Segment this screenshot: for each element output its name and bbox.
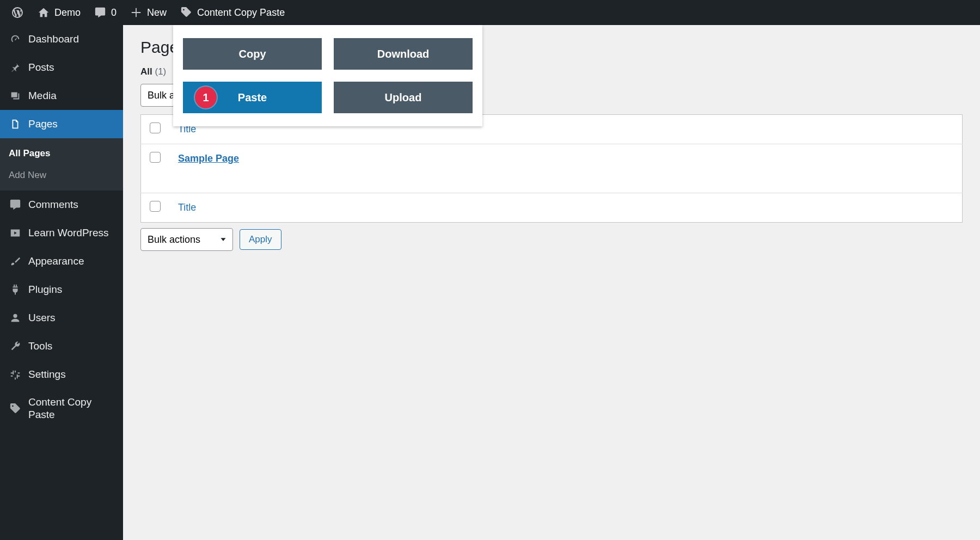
sidebar-item-label: Users — [28, 312, 56, 324]
sidebar-item-label: Comments — [28, 199, 78, 211]
comments-count: 0 — [111, 7, 117, 19]
filter-count: (1) — [155, 66, 166, 77]
download-button[interactable]: Download — [334, 38, 473, 70]
toolbar-comments[interactable]: 0 — [87, 0, 123, 25]
pin-icon — [9, 61, 22, 74]
pages-icon — [9, 118, 22, 131]
ccp-label: Content Copy Paste — [197, 7, 285, 19]
copy-label: Copy — [239, 48, 266, 60]
step-badge: 1 — [195, 87, 217, 108]
new-label: New — [147, 7, 167, 19]
wordpress-icon — [11, 6, 24, 19]
sidebar-submenu-pages: All Pages Add New — [0, 138, 123, 191]
sidebar-item-label: Dashboard — [28, 33, 79, 46]
filter-all-label[interactable]: All — [140, 66, 152, 77]
upload-button[interactable]: Upload — [334, 82, 473, 113]
comment-icon — [9, 198, 22, 211]
sidebar-item-tools[interactable]: Tools — [0, 332, 123, 360]
plus-icon — [130, 6, 143, 19]
sidebar-item-label: Content Copy Paste — [28, 396, 114, 421]
sidebar-item-learn-wordpress[interactable]: Learn WordPress — [0, 219, 123, 247]
settings-icon — [9, 368, 22, 381]
sidebar-subitem-all-pages[interactable]: All Pages — [0, 143, 123, 164]
apply-button-bottom[interactable]: Apply — [240, 229, 281, 250]
sidebar-item-label: Appearance — [28, 255, 84, 268]
sidebar-item-dashboard[interactable]: Dashboard — [0, 25, 123, 53]
admin-bar: Demo 0 New Content Copy Paste — [0, 0, 980, 25]
comment-icon — [94, 6, 107, 19]
wrench-icon — [9, 340, 22, 353]
table-row: Sample Page — [141, 144, 963, 193]
content-copy-paste-menu: Copy Download 1 Paste Upload — [173, 25, 482, 126]
download-label: Download — [377, 48, 430, 60]
user-icon — [9, 311, 22, 324]
row-checkbox[interactable] — [150, 152, 161, 163]
select-all-checkbox-top[interactable] — [150, 122, 161, 133]
pages-table: Title Sample Page Title — [140, 114, 963, 223]
paste-button[interactable]: 1 Paste — [183, 82, 322, 113]
sidebar-item-label: Pages — [28, 118, 58, 131]
sidebar-item-content-copy-paste[interactable]: Content Copy Paste — [0, 389, 123, 429]
sidebar-item-users[interactable]: Users — [0, 304, 123, 332]
sidebar-item-label: Learn WordPress — [28, 227, 109, 240]
paste-label: Paste — [238, 91, 267, 104]
toolbar-site-link[interactable]: Demo — [30, 0, 87, 25]
sidebar-item-label: Settings — [28, 369, 66, 381]
sidebar-item-comments[interactable]: Comments — [0, 191, 123, 219]
admin-sidebar: Dashboard Posts Media Pages All Pages Ad… — [0, 25, 123, 540]
brush-icon — [9, 255, 22, 268]
tag-icon — [180, 6, 193, 19]
tag-icon — [9, 402, 22, 415]
sidebar-item-plugins[interactable]: Plugins — [0, 275, 123, 304]
toolbar-new[interactable]: New — [123, 0, 173, 25]
upload-label: Upload — [385, 91, 422, 104]
select-all-checkbox-bottom[interactable] — [150, 201, 161, 212]
sidebar-item-label: Tools — [28, 340, 52, 353]
media-icon — [9, 89, 22, 102]
sidebar-item-media[interactable]: Media — [0, 82, 123, 110]
toolbar-content-copy-paste[interactable]: Content Copy Paste — [173, 0, 291, 25]
sidebar-item-label: Plugins — [28, 284, 62, 296]
bulk-actions-select-bottom[interactable]: Bulk actions — [140, 228, 233, 251]
sidebar-item-posts[interactable]: Posts — [0, 53, 123, 82]
sidebar-item-appearance[interactable]: Appearance — [0, 247, 123, 275]
copy-button[interactable]: Copy — [183, 38, 322, 70]
sidebar-subitem-add-new[interactable]: Add New — [0, 164, 123, 186]
video-icon — [9, 226, 22, 240]
sidebar-item-label: Posts — [28, 62, 54, 74]
column-footer-title[interactable]: Title — [169, 193, 963, 223]
wp-logo[interactable] — [4, 0, 30, 25]
row-title-link[interactable]: Sample Page — [178, 153, 239, 164]
sidebar-item-label: Media — [28, 90, 57, 102]
site-name: Demo — [54, 7, 81, 19]
plug-icon — [9, 283, 22, 296]
bulk-actions-bottom: Bulk actions Apply — [140, 228, 963, 251]
sidebar-item-pages[interactable]: Pages — [0, 110, 123, 138]
home-icon — [37, 6, 50, 19]
sidebar-item-settings[interactable]: Settings — [0, 360, 123, 389]
dashboard-icon — [9, 33, 22, 46]
